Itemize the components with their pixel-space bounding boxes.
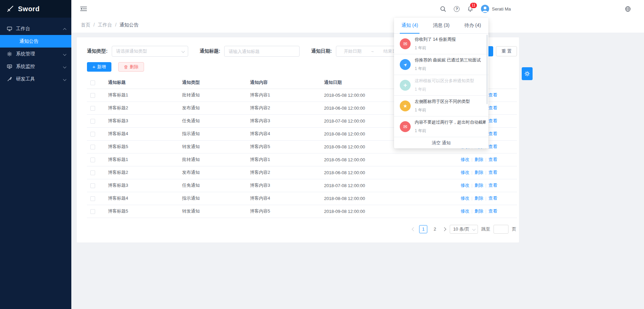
row-checkbox[interactable] (90, 196, 95, 201)
monitor-icon (7, 64, 12, 69)
notification-tab[interactable]: 通知 (4) (394, 18, 426, 33)
cell-notice-content: 博客内容4 (247, 192, 321, 205)
notification-time: 1 年前 (415, 128, 486, 134)
edit-link[interactable]: 修改 (461, 208, 469, 214)
popover-scrollbar[interactable] (486, 35, 488, 104)
view-link[interactable]: 查看 (488, 105, 497, 110)
notification-item[interactable]: ✉ 内容不要超过两行字，超出时自动截断 1 年前 (394, 116, 488, 137)
row-checkbox[interactable] (90, 93, 95, 98)
view-link[interactable]: 查看 (488, 131, 497, 136)
sidebar-item-label: 系统管理 (16, 51, 35, 57)
page-size-select[interactable]: 10 条/页 (450, 225, 478, 234)
row-checkbox[interactable] (90, 145, 95, 149)
view-link[interactable]: 查看 (488, 92, 497, 97)
cell-notice-type: 任免通知 (179, 114, 247, 127)
logo: Sword (0, 0, 71, 18)
notice-type-select[interactable]: 请选择通知类型 (112, 46, 188, 57)
page-unit-label: 页 (512, 226, 516, 232)
notification-item[interactable]: ➤ 你推荐的 曲妮妮 已通过第三轮面试 1 年前 (394, 54, 488, 75)
row-checkbox[interactable] (90, 158, 95, 162)
delete-link[interactable]: 删除 (475, 196, 483, 201)
page-number[interactable]: 1 (419, 225, 427, 233)
app-title: Sword (18, 5, 40, 13)
row-checkbox[interactable] (90, 209, 95, 214)
cell-notice-date: 2018-06-08 12:00:00 (321, 166, 423, 179)
desktop-icon (7, 26, 12, 32)
view-link[interactable]: 查看 (488, 208, 497, 214)
sidebar-item-dev-tools[interactable]: 研发工具 (0, 73, 71, 85)
edit-link[interactable]: 修改 (461, 170, 469, 175)
sidebar-item-system-admin[interactable]: 系统管理 (0, 48, 71, 60)
user-menu[interactable]: Serati Ma (481, 5, 511, 13)
row-checkbox[interactable] (90, 132, 95, 137)
notification-time: 1 年前 (415, 107, 470, 113)
row-checkbox[interactable] (90, 106, 95, 111)
cell-notice-content: 博客内容1 (247, 153, 321, 166)
help-icon[interactable]: ? (454, 6, 460, 12)
delete-link[interactable]: 删除 (475, 170, 483, 175)
prev-page-button[interactable] (412, 228, 416, 231)
notification-title: 这种模板可以区分多种通知类型 (415, 78, 474, 84)
notification-tab[interactable]: 消息 (3) (426, 18, 457, 33)
delete-link[interactable]: 删除 (475, 157, 483, 162)
delete-link[interactable]: 删除 (475, 208, 483, 214)
delete-button[interactable]: 删除 (118, 62, 144, 72)
view-link[interactable]: 查看 (488, 196, 497, 201)
sidebar-item-system-monitor[interactable]: 系统监控 (0, 60, 71, 73)
cell-notice-type: 发布通知 (179, 102, 247, 114)
view-link[interactable]: 查看 (488, 157, 497, 162)
select-all-checkbox[interactable] (90, 80, 95, 85)
notification-item[interactable]: + 这种模板可以区分多种通知类型 1 年前 (394, 75, 488, 96)
edit-link[interactable]: 修改 (461, 157, 469, 162)
cell-notice-type: 转发通知 (179, 205, 247, 218)
notice-title-input[interactable] (224, 46, 300, 57)
view-link[interactable]: 查看 (488, 170, 497, 175)
edit-link[interactable]: 修改 (461, 196, 469, 201)
sidebar-item-workbench[interactable]: 工作台 (0, 22, 71, 35)
page-jump-input[interactable] (494, 225, 508, 234)
notification-item[interactable]: ★ 左侧图标用于区分不同的类型 1 年前 (394, 96, 488, 116)
language-globe-icon[interactable] (625, 6, 631, 12)
add-button[interactable]: + 新增 (87, 62, 111, 72)
divider (486, 197, 486, 201)
breadcrumb-item[interactable]: 首页 (81, 22, 90, 28)
cell-notice-title: 博客标题3 (105, 114, 179, 127)
notification-tab[interactable]: 待办 (4) (457, 18, 488, 33)
username: Serati Ma (492, 6, 511, 12)
divider (472, 171, 472, 175)
delete-link[interactable]: 删除 (475, 183, 483, 188)
chevron-down-icon (181, 50, 185, 53)
row-checkbox[interactable] (90, 183, 95, 188)
app-root: Sword 工作台 通知公告 (0, 0, 644, 309)
sidebar-item-notice[interactable]: 通知公告 (0, 35, 71, 48)
collapse-menu-icon[interactable] (80, 6, 87, 12)
cell-notice-content: 博客内容5 (247, 140, 321, 153)
next-page-button[interactable] (442, 228, 446, 231)
gear-icon (7, 51, 12, 57)
content-area: 通知类型: 请选择通知类型 通知标题: 通知日期: 开始日期 (71, 33, 644, 309)
cell-notice-title: 博客标题5 (105, 205, 179, 218)
chevron-down-icon (472, 227, 476, 231)
sword-logo-icon (6, 5, 14, 13)
breadcrumb-item[interactable]: 通知公告 (112, 22, 139, 28)
notifications-bell-icon[interactable]: 11 (467, 6, 473, 12)
page-number[interactable]: 2 (431, 225, 439, 233)
edit-link[interactable]: 修改 (461, 183, 469, 188)
table-row: 博客标题2 发布通知 博客内容2 2018-06-08 12:00:00 修改删… (87, 166, 517, 179)
notification-item[interactable]: ✉ 你收到了 14 份新周报 1 年前 (394, 34, 488, 54)
plus-icon: + (400, 80, 411, 91)
main-area: ? 11 Serati (71, 0, 644, 309)
wrench-icon (7, 76, 12, 82)
row-checkbox[interactable] (90, 119, 95, 124)
row-checkbox[interactable] (90, 170, 95, 175)
theme-settings-button[interactable] (522, 67, 533, 80)
search-icon[interactable] (440, 6, 446, 12)
view-link[interactable]: 查看 (488, 183, 497, 188)
view-link[interactable]: 查看 (488, 144, 497, 149)
cell-notice-type: 转发通知 (179, 140, 247, 153)
table-row: 博客标题3 任免通知 博客内容3 2018-07-08 12:00:00 修改删… (87, 179, 517, 192)
view-link[interactable]: 查看 (488, 118, 497, 123)
clear-notifications-button[interactable]: 清空 通知 (394, 137, 488, 148)
reset-button[interactable]: 重 置 (496, 46, 517, 56)
breadcrumb-item[interactable]: 工作台 (90, 22, 112, 28)
